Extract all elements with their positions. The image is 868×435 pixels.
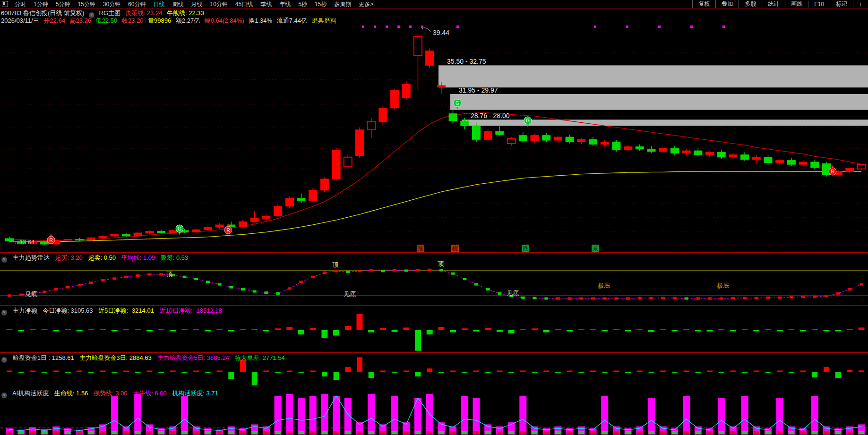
svg-text:榜: 榜	[452, 245, 458, 252]
dark-3d: 主力暗盘资金3日: 2884.63	[79, 354, 151, 361]
toolbar-button-F10[interactable]: F10	[808, 1, 830, 8]
panel-chevron-icon[interactable]: ˅	[1, 357, 7, 363]
radar-header: ˅ 主力趋势雷达 超买: 3.20 超卖: 0.50 平均线: 1.09 吸筹:…	[1, 254, 192, 263]
period-tab-月线[interactable]: 月线	[187, 1, 206, 8]
svg-text:R: R	[831, 169, 834, 174]
svg-text:极底: 极底	[717, 282, 729, 289]
period-tab-15秒[interactable]: 15秒	[311, 1, 330, 8]
period-tab-季线[interactable]: 季线	[257, 1, 275, 8]
svg-text:涨: 涨	[417, 245, 423, 252]
toolbar-right-items: 复权叠加多股统计画线F10标记+	[692, 0, 868, 8]
window-layout-icon[interactable]	[2, 1, 8, 7]
net-title[interactable]: 主力净额	[13, 307, 37, 314]
rank-tag-榜: 榜	[451, 245, 459, 252]
period-tab-多周期[interactable]: 多周期	[330, 1, 355, 8]
dark-xl-diff: 特大单差: 2771.54	[234, 354, 284, 361]
radar-average: 平均线: 1.09	[121, 254, 155, 261]
period-tab-日线[interactable]: 日线	[149, 1, 168, 8]
svg-text:←13.64: ←13.64	[13, 239, 35, 246]
stock-title: 600783 鲁信创投(日线 前复权)	[1, 9, 84, 17]
period-menubar: 分时1分钟5分钟15分钟30分钟60分钟日线周线月线10分钟45日线季线年线5秒…	[0, 0, 868, 9]
period-tab-5分钟[interactable]: 5分钟	[52, 1, 74, 8]
svg-text:减: 减	[593, 245, 598, 252]
overlay-indicator-name[interactable]: RG主图	[99, 9, 121, 17]
period-tab-周线[interactable]: 周线	[168, 1, 187, 8]
panel-chevron-icon[interactable]: ˅	[1, 392, 7, 398]
stock-info-row: 600783 鲁信创投(日线 前复权) ˅ RG主图 决策线: 23.24 牛熊…	[1, 9, 868, 16]
panel-chevron-icon[interactable]: ˅	[1, 257, 7, 263]
radar-absorb: 吸筹: 0.53	[161, 254, 189, 261]
period-tab-30分钟[interactable]: 30分钟	[99, 1, 124, 8]
dark-1d[interactable]: 暗盘资金1日 : 1258.61	[13, 354, 74, 361]
svg-text:R: R	[49, 238, 52, 243]
radar-title[interactable]: 主力趋势雷达	[13, 254, 50, 261]
period-tab-5秒[interactable]: 5秒	[294, 1, 311, 8]
net-header: ˅ 主力净额 今日净额: 3105.63 近5日净额: -3214.01 近10…	[1, 307, 226, 316]
period-tab-年线[interactable]: 年线	[275, 1, 294, 8]
decision-line-value: 决策线: 23.24	[125, 9, 163, 17]
svg-text:39.44: 39.44	[433, 29, 449, 36]
net-5d: 近5日净额: -3214.01	[98, 307, 154, 314]
ai-activity-value: 机构活跃度: 3.71	[172, 390, 218, 397]
svg-text:见底: 见底	[344, 290, 356, 298]
svg-text:G: G	[526, 118, 530, 123]
svg-text:G: G	[455, 101, 459, 106]
toolbar-button-统计[interactable]: 统计	[762, 0, 785, 8]
svg-text:G: G	[178, 226, 181, 231]
period-tab-更多>[interactable]: 更多>	[355, 1, 377, 8]
main-candlestick-chart[interactable]: 35.50 - 32.7531.95 - 29.9728.76 - 28.003…	[0, 23, 868, 252]
ai-header: ˅ AI机构活跃度 生命线: 1.56 强势线: 3.00 大牛线: 6.00 …	[1, 389, 222, 398]
rank-tag-涨: 涨	[417, 245, 424, 252]
panel-trend-radar[interactable]: ˅ 主力趋势雷达 超买: 3.20 超卖: 0.50 平均线: 1.09 吸筹:…	[0, 252, 868, 306]
buy-signal-pin: G	[176, 225, 183, 235]
radar-overbought: 超买: 3.20	[55, 254, 83, 261]
ai-life-line: 生命线: 1.56	[54, 390, 88, 397]
svg-text:顶: 顶	[332, 261, 339, 268]
dark-header: ˅ 暗盘资金1日 : 1258.61 主力暗盘资金3日: 2884.63 主力暗…	[1, 354, 289, 363]
svg-text:顶: 顶	[438, 260, 444, 267]
rank-tag-减: 减	[592, 245, 599, 252]
toolbar-button-标记[interactable]: 标记	[830, 0, 853, 8]
svg-text:极底: 极底	[598, 282, 610, 289]
svg-text:顶: 顶	[166, 271, 173, 278]
svg-text:见底: 见底	[25, 290, 37, 298]
panel-main-net-amount[interactable]: ˅ 主力净额 今日净额: 3105.63 近5日净额: -3214.01 近10…	[0, 305, 868, 353]
panel-dark-pool[interactable]: ˅ 暗盘资金1日 : 1258.61 主力暗盘资金3日: 2884.63 主力暗…	[0, 352, 868, 388]
panel-chevron-icon[interactable]: ˅	[1, 310, 7, 316]
toolbar-button-多股[interactable]: 多股	[739, 0, 762, 8]
sell-signal-pin: R	[47, 233, 55, 244]
svg-text:跌: 跌	[523, 245, 528, 252]
period-tab-10分钟[interactable]: 10分钟	[206, 1, 231, 8]
ai-title[interactable]: AI机构活跃度	[12, 390, 49, 397]
period-tab-45日线[interactable]: 45日线	[232, 1, 257, 8]
period-tab-分时[interactable]: 分时	[11, 1, 30, 8]
bull-bear-line-value: 牛熊线: 22.33	[167, 9, 204, 17]
period-menu-items: 分时1分钟5分钟15分钟30分钟60分钟日线周线月线10分钟45日线季线年线5秒…	[11, 0, 377, 9]
trading-app-window: { "menubar": { "items": [ {"label":"分时"}…	[0, 0, 868, 435]
radar-oversold: 超卖: 0.50	[88, 254, 116, 261]
period-tab-15分钟[interactable]: 15分钟	[74, 1, 99, 8]
toolbar-button-复权[interactable]: 复权	[692, 0, 715, 8]
toolbar-button-叠加[interactable]: 叠加	[715, 0, 739, 8]
svg-text:R: R	[226, 228, 230, 233]
rank-tag-跌: 跌	[522, 245, 529, 252]
period-tab-60分钟[interactable]: 60分钟	[124, 1, 149, 8]
toolbar-button-画线[interactable]: 画线	[785, 0, 808, 8]
net-10d: 近10日净额: -18512.18	[160, 307, 222, 314]
dark-5d: 主力暗盘资金5日: 3885.24	[157, 354, 229, 361]
svg-text:35.50 - 32.75: 35.50 - 32.75	[447, 58, 486, 65]
period-tab-1分钟[interactable]: 1分钟	[30, 1, 52, 8]
svg-text:31.95 - 29.97: 31.95 - 29.97	[459, 86, 498, 94]
svg-text:见底: 见底	[507, 290, 519, 297]
panel-ai-activity[interactable]: ˅ AI机构活跃度 生命线: 1.56 强势线: 3.00 大牛线: 6.00 …	[0, 388, 868, 435]
toolbar-button-+[interactable]: +	[853, 1, 868, 8]
net-today: 今日净额: 3105.63	[43, 307, 93, 314]
ai-bull-line: 大牛线: 6.00	[133, 390, 167, 397]
ai-strong-line: 强势线: 3.00	[94, 390, 128, 397]
